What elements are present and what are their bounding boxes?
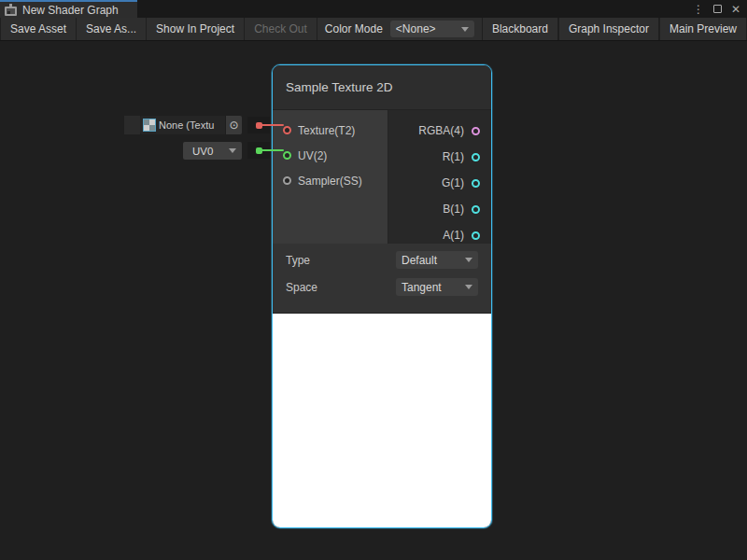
node-preview-image[interactable] (273, 314, 491, 527)
color-mode-dropdown[interactable]: <None> (390, 21, 474, 37)
port-circle-icon[interactable] (472, 127, 480, 135)
port-label: B(1) (443, 203, 464, 216)
node-controls: Type Default Space Tangent (273, 244, 491, 314)
tab-title: New Shader Graph (22, 4, 119, 17)
port-circle-icon[interactable] (283, 151, 291, 160)
output-port-b[interactable]: B(1) (388, 196, 491, 222)
port-label: RGBA(4) (418, 124, 464, 137)
port-label: A(1) (443, 229, 464, 242)
graph-inspector-toggle-button[interactable]: Graph Inspector (558, 18, 659, 40)
output-ports: RGBA(4) R(1) G(1) B(1) A(1) (388, 110, 491, 244)
port-label: Texture(T2) (298, 124, 355, 137)
output-port-r[interactable]: R(1) (388, 144, 491, 170)
output-port-g[interactable]: G(1) (388, 170, 491, 196)
toolbar: Save Asset Save As... Show In Project Ch… (0, 18, 747, 41)
show-in-project-button[interactable]: Show In Project (147, 18, 245, 40)
port-circle-icon[interactable] (472, 179, 480, 188)
type-control-row: Type Default (286, 251, 478, 269)
node-title[interactable]: Sample Texture 2D (273, 65, 491, 110)
input-port-sampler[interactable]: Sampler(SS) (273, 168, 388, 193)
save-as-button[interactable]: Save As... (77, 18, 147, 40)
uv-channel-value: UV0 (192, 146, 213, 157)
window-maximize-icon[interactable] (710, 2, 725, 17)
space-value: Tangent (402, 281, 442, 294)
space-dropdown[interactable]: Tangent (396, 278, 478, 296)
input-ports: Texture(T2) UV(2) Sampler(SS) (273, 110, 388, 244)
color-mode-value: <None> (396, 22, 436, 35)
texture-object-value: None (Textu (159, 119, 225, 131)
tab-bar: New Shader Graph ⋮ ✕ (0, 0, 747, 18)
tab-new-shader-graph[interactable]: New Shader Graph (0, 0, 137, 18)
object-picker-icon[interactable]: ⊙ (225, 116, 242, 134)
sample-texture-2d-node[interactable]: Sample Texture 2D Texture(T2) UV(2) Samp… (272, 64, 492, 528)
type-value: Default (402, 254, 437, 267)
window-close-icon[interactable]: ✕ (728, 2, 743, 17)
port-circle-icon[interactable] (472, 231, 480, 240)
save-asset-button[interactable]: Save Asset (0, 18, 77, 40)
texture-edge-wire[interactable] (261, 124, 284, 126)
chevron-down-icon (465, 258, 472, 262)
chevron-down-icon (229, 148, 236, 153)
texture-object-field[interactable]: None (Textu ⊙ (140, 116, 242, 134)
main-preview-toggle-button[interactable]: Main Preview (659, 18, 747, 40)
port-circle-icon[interactable] (472, 153, 480, 161)
slot-stub (124, 116, 140, 134)
input-port-uv[interactable]: UV(2) (273, 143, 388, 168)
blackboard-toggle-button[interactable]: Blackboard (482, 18, 558, 40)
uv-edge-wire[interactable] (261, 149, 284, 151)
window-controls: ⋮ ✕ (691, 0, 747, 18)
input-port-texture[interactable]: Texture(T2) (273, 118, 388, 143)
port-label: R(1) (443, 150, 464, 163)
port-circle-icon[interactable] (283, 176, 291, 185)
shader-graph-asset-icon (5, 4, 17, 16)
space-label: Space (286, 281, 317, 294)
uv-channel-dropdown[interactable]: UV0 (183, 142, 242, 160)
output-port-rgba[interactable]: RGBA(4) (388, 118, 491, 144)
type-dropdown[interactable]: Default (396, 251, 478, 269)
window-menu-icon[interactable]: ⋮ (691, 2, 706, 17)
chevron-down-icon (465, 285, 472, 289)
chevron-down-icon (461, 27, 469, 32)
texture-thumbnail-icon (144, 119, 155, 131)
color-mode-label: Color Mode (317, 18, 390, 40)
space-control-row: Space Tangent (286, 278, 478, 296)
node-ports: Texture(T2) UV(2) Sampler(SS) RGBA(4) R(… (273, 110, 491, 244)
port-label: Sampler(SS) (298, 175, 362, 188)
shader-graph-window: New Shader Graph ⋮ ✕ Save Asset Save As.… (0, 0, 747, 560)
port-circle-icon[interactable] (283, 126, 291, 134)
check-out-button: Check Out (245, 18, 317, 40)
port-label: UV(2) (298, 149, 327, 162)
port-label: G(1) (442, 176, 464, 189)
type-label: Type (286, 254, 310, 267)
port-circle-icon[interactable] (472, 205, 480, 214)
